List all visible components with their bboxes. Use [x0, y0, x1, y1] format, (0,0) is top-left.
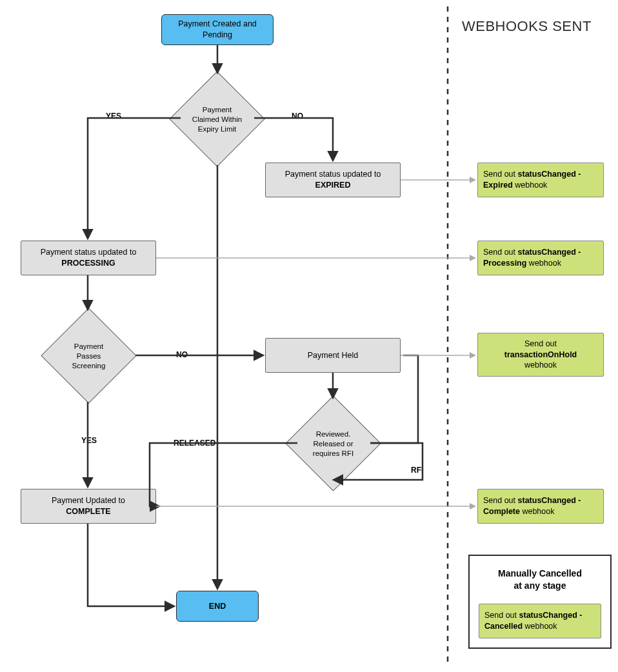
webhook-processing: Send out statusChanged - Processing webh…	[477, 241, 604, 275]
node-expired: Payment status updated toEXPIRED	[265, 163, 401, 197]
flowchart-canvas: WEBHOOKS SENT Payment Created andPending…	[0, 0, 618, 672]
webhook-expired: Send out statusChanged - Expired webhook	[477, 163, 604, 197]
decision-reviewed: Reviewed. Released or requires RFI	[285, 395, 381, 491]
node-start: Payment Created andPending	[161, 14, 274, 45]
decision-screening: Payment Passes Screening	[41, 308, 136, 403]
webhook-onhold: Send out transactionOnHold webhook	[477, 333, 604, 377]
node-held: Payment Held	[265, 338, 401, 373]
label-rfi: RFI	[411, 466, 423, 475]
label-yes-2: YES	[81, 436, 97, 445]
cancel-box: Manually Cancelledat any stage Send out …	[468, 555, 612, 649]
label-released: RELEASED	[174, 439, 215, 448]
cancel-box-title: Manually Cancelledat any stage	[479, 568, 601, 592]
webhook-complete: Send out statusChanged - Complete webhoo…	[477, 489, 604, 524]
node-end: END	[176, 591, 259, 622]
node-complete: Payment Updated toCOMPLETE	[21, 489, 156, 524]
node-processing: Payment status updated toPROCESSING	[21, 241, 156, 275]
decision-claimed: Payment Claimed Within Expiry Limit	[169, 71, 264, 166]
webhook-cancelled: Send out statusChanged - Cancelled webho…	[479, 604, 601, 638]
label-yes-1: YES	[106, 112, 121, 121]
label-no-2: NO	[176, 350, 188, 359]
webhooks-header: WEBHOOKS SENT	[462, 18, 592, 35]
label-no-1: NO	[292, 112, 303, 121]
